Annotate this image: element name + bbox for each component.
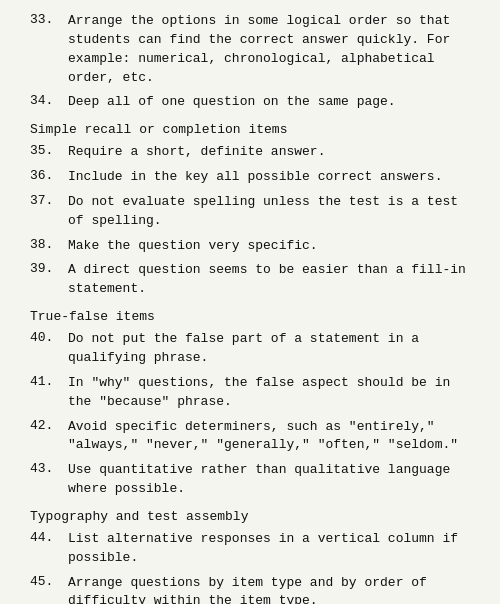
item-text: Arrange questions by item type and by or…: [68, 574, 470, 604]
list-item: 40.Do not put the false part of a statem…: [30, 330, 470, 368]
list-item: 43.Use quantitative rather than qualitat…: [30, 461, 470, 499]
item-text: Arrange the options in some logical orde…: [68, 12, 470, 87]
item-number: 45.: [30, 574, 68, 604]
list-item: 41.In "why" questions, the false aspect …: [30, 374, 470, 412]
item-number: 42.: [30, 418, 68, 456]
list-item: 34.Deep all of one question on the same …: [30, 93, 470, 112]
section-heading: Typography and test assembly: [30, 509, 470, 524]
item-number: 34.: [30, 93, 68, 112]
list-item: 44.List alternative responses in a verti…: [30, 530, 470, 568]
item-text: Use quantitative rather than qualitative…: [68, 461, 470, 499]
item-number: 40.: [30, 330, 68, 368]
list-item: 36.Include in the key all possible corre…: [30, 168, 470, 187]
list-item: 35.Require a short, definite answer.: [30, 143, 470, 162]
list-item: 39.A direct question seems to be easier …: [30, 261, 470, 299]
item-number: 43.: [30, 461, 68, 499]
list-item: 38.Make the question very specific.: [30, 237, 470, 256]
item-text: Do not put the false part of a statement…: [68, 330, 470, 368]
section-heading: Simple recall or completion items: [30, 122, 470, 137]
item-number: 38.: [30, 237, 68, 256]
page-content: 33.Arrange the options in some logical o…: [0, 0, 500, 604]
item-text: Make the question very specific.: [68, 237, 470, 256]
item-text: Deep all of one question on the same pag…: [68, 93, 470, 112]
item-text: Require a short, definite answer.: [68, 143, 470, 162]
item-number: 39.: [30, 261, 68, 299]
item-number: 33.: [30, 12, 68, 87]
item-number: 44.: [30, 530, 68, 568]
list-item: 42.Avoid specific determiners, such as "…: [30, 418, 470, 456]
item-number: 35.: [30, 143, 68, 162]
item-text: Do not evaluate spelling unless the test…: [68, 193, 470, 231]
list-item: 45.Arrange questions by item type and by…: [30, 574, 470, 604]
item-text: List alternative responses in a vertical…: [68, 530, 470, 568]
item-number: 36.: [30, 168, 68, 187]
item-text: Avoid specific determiners, such as "ent…: [68, 418, 470, 456]
item-number: 37.: [30, 193, 68, 231]
list-item: 37.Do not evaluate spelling unless the t…: [30, 193, 470, 231]
section-heading: True-false items: [30, 309, 470, 324]
list-item: 33.Arrange the options in some logical o…: [30, 12, 470, 87]
item-number: 41.: [30, 374, 68, 412]
item-text: In "why" questions, the false aspect sho…: [68, 374, 470, 412]
item-text: Include in the key all possible correct …: [68, 168, 470, 187]
item-text: A direct question seems to be easier tha…: [68, 261, 470, 299]
